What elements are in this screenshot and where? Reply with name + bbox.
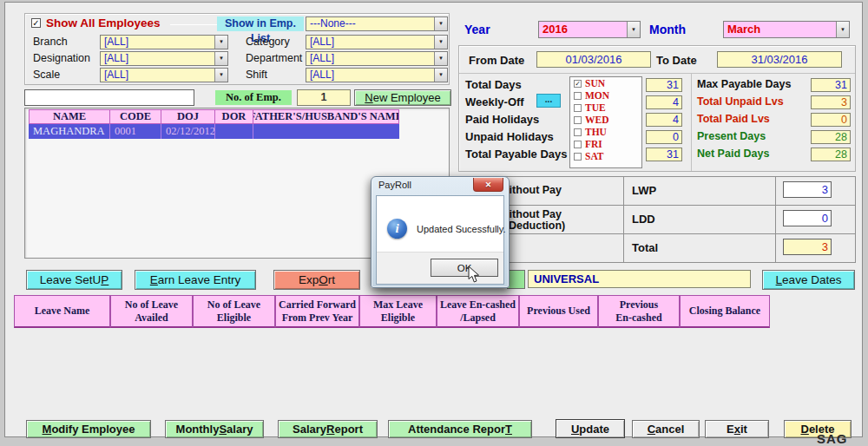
- header-line: Leave Name: [35, 305, 90, 318]
- weekly-off-picker-button[interactable]: ...: [536, 94, 561, 108]
- ldd-input[interactable]: 0: [783, 210, 832, 226]
- header-line: Leave En-cashed: [440, 298, 516, 312]
- category-label: Category: [246, 36, 290, 48]
- leave-col-leave-name: Leave Name: [14, 295, 110, 328]
- employee-search-input[interactable]: [24, 89, 194, 106]
- show-in-emp-list-dropdown[interactable]: ---None--- ▼: [306, 16, 448, 31]
- designation-label: Designation: [33, 52, 90, 64]
- header-line: Previous: [620, 298, 658, 312]
- designation-dropdown[interactable]: [ALL]▼: [100, 51, 228, 66]
- label-part: eave Dates: [782, 273, 841, 286]
- modify-employee-button[interactable]: Modify Employee: [26, 420, 151, 438]
- universal-field[interactable]: UNIVERSAL: [528, 270, 751, 288]
- mon-checkbox[interactable]: [574, 92, 582, 100]
- header-line: Eligible: [217, 312, 251, 325]
- monthly-salary-button[interactable]: Monthly Salary: [165, 420, 264, 438]
- employee-row-selected[interactable]: MAGHANDRA 0001 02/12/2012: [29, 124, 399, 139]
- header-line: Eligible: [381, 312, 415, 325]
- label-part: x: [734, 423, 740, 436]
- chevron-down-icon: ▼: [214, 69, 227, 82]
- net-paid-days-label: Net Paid Days: [697, 148, 769, 160]
- weekly-off-value: 4: [646, 95, 682, 109]
- leave-setup-button[interactable]: Leave SetUP: [26, 270, 122, 290]
- info-icon: i: [387, 219, 407, 239]
- designation-value: [ALL]: [104, 52, 128, 64]
- leave-col-encashed-lapsed: Leave En-cashed/Lapsed: [437, 295, 519, 328]
- export-button[interactable]: ExpOrt: [273, 270, 360, 290]
- check-icon: ✓: [32, 19, 39, 27]
- hidden-button-fragment[interactable]: [507, 270, 525, 289]
- total-days-value: 31: [646, 78, 682, 92]
- month-value: March: [727, 23, 760, 36]
- label-part: alary: [227, 423, 253, 436]
- chevron-down-icon: ▼: [214, 52, 227, 65]
- dialog-body: i Updated Sucessfully. OK: [376, 195, 504, 285]
- col-header-code: CODE: [110, 109, 161, 124]
- divider-line: [623, 177, 624, 262]
- cell-dor: [215, 124, 253, 139]
- present-days-value: 28: [811, 130, 851, 144]
- col-header-dor: DOR: [215, 109, 253, 124]
- shift-dropdown[interactable]: [ALL]▼: [306, 68, 448, 82]
- divider-line: [691, 74, 692, 171]
- total-lwp-value: 3: [783, 239, 832, 255]
- ldd-code: LDD: [632, 213, 655, 226]
- wed-label: WED: [585, 115, 608, 125]
- shift-value: [ALL]: [310, 69, 334, 81]
- show-all-employees-checkbox[interactable]: ✓: [31, 18, 41, 28]
- thu-checkbox[interactable]: [574, 128, 582, 136]
- department-dropdown[interactable]: [ALL]▼: [306, 51, 448, 66]
- leave-dates-button[interactable]: Leave Dates: [762, 270, 855, 290]
- total-unpaid-lvs-label: Total Unpaid Lvs: [697, 95, 784, 108]
- label-part: Leave SetU: [40, 273, 102, 286]
- chevron-down-icon: ▼: [434, 17, 447, 30]
- attendance-report-button[interactable]: Attendance ReporT: [388, 420, 532, 438]
- unpaid-holidays-value: 0: [646, 130, 682, 144]
- present-days-label: Present Days: [697, 130, 766, 142]
- scale-value: [ALL]: [104, 69, 128, 81]
- from-date-field[interactable]: 01/03/2016: [536, 51, 651, 68]
- new-employee-button[interactable]: New Employee: [354, 89, 451, 106]
- label-part: E: [150, 273, 158, 286]
- thu-label: THU: [585, 127, 607, 137]
- ok-button[interactable]: OK: [431, 259, 498, 277]
- year-dropdown[interactable]: 2016▼: [538, 21, 641, 38]
- chevron-down-icon: ▼: [434, 69, 447, 82]
- total-code: Total: [632, 241, 658, 254]
- label-part: N: [365, 91, 372, 104]
- earn-leave-entry-button[interactable]: Earn Leave Entry: [135, 270, 256, 290]
- label-part: S: [219, 423, 227, 436]
- label-part: eport: [334, 423, 363, 436]
- label-part: odify Employee: [51, 423, 135, 436]
- category-dropdown[interactable]: [ALL]▼: [306, 35, 448, 49]
- cell-father-husband-name: [253, 124, 399, 139]
- wed-checkbox[interactable]: [574, 116, 582, 124]
- close-button[interactable]: ✕: [473, 178, 503, 192]
- cursor-icon: [468, 266, 481, 284]
- update-button[interactable]: Update: [556, 419, 625, 438]
- salary-report-button[interactable]: Salary Report: [278, 420, 378, 438]
- sun-checkbox[interactable]: ✓: [574, 80, 582, 88]
- chevron-down-icon: ▼: [434, 52, 447, 65]
- label-part: Salary: [293, 423, 326, 436]
- leave-col-closing-balance: Closing Balance: [680, 295, 770, 328]
- header-line: En-cashed: [615, 312, 661, 325]
- branch-dropdown[interactable]: [ALL]▼: [100, 35, 228, 49]
- month-dropdown[interactable]: March▼: [723, 21, 850, 38]
- tue-checkbox[interactable]: [574, 104, 582, 112]
- cancel-button[interactable]: Cancel: [632, 420, 700, 438]
- scale-dropdown[interactable]: [ALL]▼: [100, 68, 228, 82]
- label-part: Exp: [299, 273, 319, 286]
- col-header-doj: DOJ: [161, 109, 215, 124]
- exit-button[interactable]: Exit: [705, 420, 769, 438]
- chevron-down-icon: ▼: [627, 22, 640, 37]
- shift-label: Shift: [246, 69, 267, 81]
- paid-holidays-label: Paid Holidays: [465, 113, 539, 126]
- fri-checkbox[interactable]: [574, 141, 582, 148]
- weekly-off-label: Weekly-Off: [465, 95, 524, 108]
- sat-checkbox[interactable]: [574, 153, 582, 161]
- label-part: it: [740, 423, 747, 436]
- lwp-input[interactable]: 3: [783, 181, 832, 198]
- divider-line: [775, 177, 776, 262]
- to-date-field[interactable]: 31/03/2016: [717, 51, 842, 68]
